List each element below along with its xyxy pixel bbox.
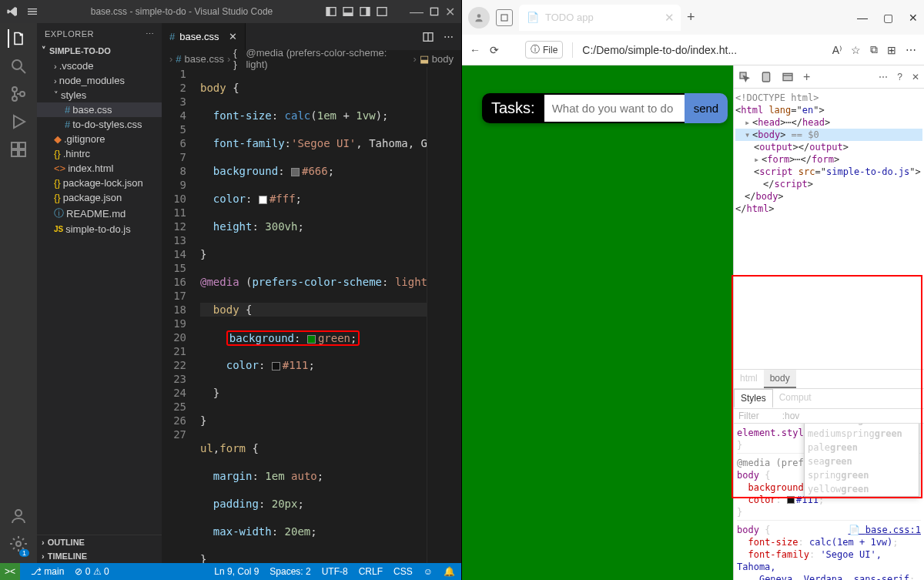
window-maximize-icon[interactable] — [428, 5, 440, 18]
window-minimize-icon[interactable]: — — [410, 4, 424, 20]
dom-node[interactable]: </html> — [735, 203, 922, 215]
dom-node-selected[interactable]: ▾<body> == $0 — [735, 129, 922, 141]
favorite-icon[interactable]: ☆ — [851, 44, 861, 56]
page-viewport[interactable]: Tasks: send — [462, 65, 733, 580]
explorer-icon[interactable] — [8, 29, 26, 48]
more-icon[interactable]: ⋯ — [146, 29, 155, 39]
debug-icon[interactable] — [9, 112, 28, 131]
project-section[interactable]: ˅SIMPLE-TO-DO — [37, 42, 162, 59]
maximize-icon[interactable]: ▢ — [883, 12, 893, 24]
encoding[interactable]: UTF-8 — [322, 566, 348, 577]
branch-status[interactable]: ⎇ main — [31, 566, 64, 577]
timeline-section[interactable]: ›TIMELINE — [37, 549, 162, 563]
scm-icon[interactable] — [9, 85, 28, 103]
new-style-icon[interactable]: + — [803, 70, 810, 84]
file-package-json[interactable]: {} package.json — [37, 190, 162, 205]
refresh-icon[interactable]: ⟳ — [490, 44, 499, 56]
color-autocomplete[interactable]: greengreenyellowdarkgreendarkolivegreend… — [804, 424, 919, 498]
send-button[interactable]: send — [685, 93, 728, 123]
dom-node[interactable]: ▸<form>⋯</form> — [735, 153, 922, 166]
sync-icon[interactable]: ⊞ — [887, 44, 896, 56]
outline-section[interactable]: ›OUTLINE — [37, 535, 162, 549]
source-link[interactable]: 📄 base.css:1 — [849, 524, 921, 536]
hov-toggle[interactable]: :hov — [782, 411, 800, 421]
dom-node[interactable]: <!DOCTYPE html> — [735, 92, 922, 104]
minimize-icon[interactable]: — — [857, 12, 868, 24]
inspect-icon[interactable] — [738, 71, 751, 83]
ac-item[interactable]: seagreen — [805, 454, 919, 468]
file-todo-styles-css[interactable]: # to-do-styles.css — [37, 117, 162, 132]
ac-item[interactable]: springgreen — [805, 468, 919, 482]
eol[interactable]: CRLF — [359, 566, 383, 577]
feedback-icon[interactable]: ☺ — [424, 566, 433, 577]
folder-node-modules[interactable]: ›node_modules — [37, 73, 162, 88]
filter-input[interactable]: Filter — [738, 411, 759, 421]
panel-icon[interactable] — [782, 71, 794, 83]
url-text[interactable]: C:/Demo/simple-to-do/index.ht... — [582, 44, 822, 56]
file-package-lock[interactable]: {} package-lock.json — [37, 176, 162, 190]
profile-icon[interactable] — [468, 7, 490, 28]
code-editor[interactable]: 1234567891011121314151617181920212223242… — [162, 67, 461, 563]
layout-icon-4[interactable] — [376, 5, 388, 18]
minimap[interactable] — [427, 67, 461, 563]
tab-close-icon[interactable]: ✕ — [665, 11, 675, 25]
file-readme[interactable]: ⓘ README.md — [37, 205, 162, 222]
menu-icon[interactable] — [26, 5, 38, 18]
tasks-input[interactable] — [544, 93, 685, 123]
dom-node[interactable]: </body> — [735, 190, 922, 203]
tab-base-css[interactable]: # base.css ✕ — [162, 23, 246, 50]
folder-vscode[interactable]: ›.vscode — [37, 59, 162, 73]
file-index-html[interactable]: <> index.html — [37, 161, 162, 176]
layout-icon-3[interactable] — [359, 5, 371, 18]
code-content[interactable]: body { font-size: calc(1em + 1vw); font-… — [200, 67, 461, 563]
tab-more-icon[interactable]: ⋯ — [444, 31, 454, 43]
style-rule[interactable]: body { 📄 base.css:1 font-size: calc(1em … — [737, 524, 921, 581]
remote-indicator[interactable]: >< — [0, 563, 20, 580]
ac-item[interactable]: palegreen — [805, 441, 919, 454]
tab-computed[interactable]: Comput — [773, 389, 818, 408]
account-icon[interactable] — [9, 507, 28, 525]
devtools-close-icon[interactable]: ✕ — [912, 72, 919, 82]
tab-styles[interactable]: Styles — [734, 389, 773, 408]
tab-close-icon[interactable]: ✕ — [229, 31, 237, 42]
cursor-position[interactable]: Ln 9, Col 9 — [214, 566, 259, 577]
errors-warnings[interactable]: ⊘ 0 ⚠ 0 — [75, 566, 109, 577]
devtools-more-icon[interactable]: ⋯ — [879, 72, 888, 82]
dom-node[interactable]: ▸<head>⋯</head> — [735, 116, 922, 129]
collections-icon[interactable]: ⧉ — [870, 43, 878, 56]
styles-pane[interactable]: element.style {} @media (prefer body { b… — [734, 424, 924, 581]
dom-node[interactable]: <script src="simple-to-do.js"></script> — [735, 166, 922, 190]
bell-icon[interactable]: 🔔 — [444, 566, 455, 577]
layout-icon-1[interactable] — [325, 5, 337, 18]
language-mode[interactable]: CSS — [393, 566, 413, 577]
site-info[interactable]: ⓘ File — [525, 41, 563, 59]
ac-item[interactable]: mediumspringgreen — [805, 427, 919, 441]
device-icon[interactable] — [760, 71, 772, 83]
file-simple-to-do-js[interactable]: JS simple-to-do.js — [37, 222, 162, 236]
layout-icon-2[interactable] — [342, 5, 354, 18]
back-icon[interactable]: ← — [470, 44, 480, 56]
search-icon[interactable] — [9, 57, 28, 75]
browser-tab[interactable]: 📄 TODO app ✕ — [519, 5, 681, 31]
file-hintrc[interactable]: {} .hintrc — [37, 146, 162, 161]
menu-icon[interactable]: ⋯ — [906, 44, 916, 56]
bc-html[interactable]: html — [734, 370, 764, 388]
dom-node[interactable]: <output></output> — [735, 141, 922, 153]
bc-body[interactable]: body — [764, 370, 796, 388]
read-aloud-icon[interactable]: A⁾ — [832, 44, 842, 56]
indentation[interactable]: Spaces: 2 — [270, 566, 310, 577]
tab-actions-icon[interactable] — [496, 9, 513, 26]
window-close-icon[interactable]: ✕ — [445, 5, 455, 19]
split-editor-icon[interactable] — [422, 31, 434, 43]
devtools-help-icon[interactable]: ? — [897, 72, 902, 82]
dom-node[interactable]: <html lang="en"> — [735, 104, 922, 116]
ac-item[interactable]: yellowgreen — [805, 482, 919, 496]
close-icon[interactable]: ✕ — [909, 12, 918, 24]
dom-tree[interactable]: <!DOCTYPE html> <html lang="en"> ▸<head>… — [734, 89, 924, 218]
extensions-icon[interactable] — [9, 140, 28, 159]
new-tab-icon[interactable]: + — [687, 9, 695, 25]
breadcrumb[interactable]: ›# base.css ›{ } @media (prefers-color-s… — [162, 50, 461, 67]
folder-styles[interactable]: ˅styles — [37, 88, 162, 102]
file-base-css[interactable]: # base.css — [37, 102, 162, 117]
file-gitignore[interactable]: ◆ .gitignore — [37, 132, 162, 146]
